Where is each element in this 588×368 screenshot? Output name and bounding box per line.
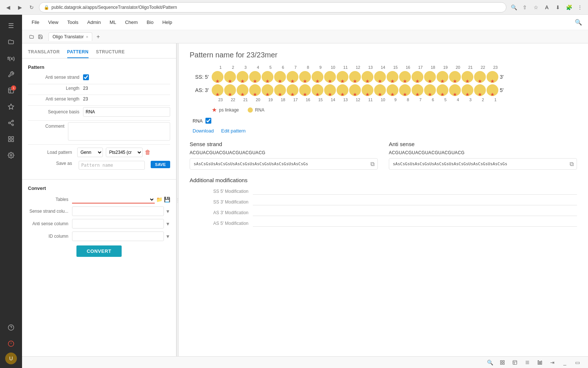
sidebar-folder[interactable] bbox=[4, 35, 18, 49]
bookmark-btn[interactable]: ☆ bbox=[531, 3, 540, 12]
as-length-label: Anti sense length bbox=[28, 96, 83, 102]
seq-basis-dropdown[interactable]: RNA DNA bbox=[83, 107, 170, 117]
menu-item-bio[interactable]: Bio bbox=[143, 18, 157, 26]
anti-copy-btn[interactable]: ⧉ bbox=[570, 161, 574, 167]
delete-pattern-btn[interactable]: 🗑 bbox=[145, 149, 151, 156]
tab-pattern[interactable]: PATTERN bbox=[67, 46, 89, 58]
as-nucleotides: ★★★★★★★★★★★★★★★★★★★★★★★ bbox=[212, 84, 498, 96]
tab-structure[interactable]: STRUCTURE bbox=[96, 46, 125, 58]
ss5-mod-input[interactable] bbox=[253, 188, 577, 195]
sidebar-grid[interactable] bbox=[4, 132, 18, 146]
save-as-label: Save as bbox=[28, 161, 76, 166]
as-length-value: 23 bbox=[83, 96, 170, 102]
tab-save-icon[interactable] bbox=[37, 33, 44, 40]
extensions-btn[interactable]: 🧩 bbox=[564, 3, 573, 12]
star-icon: ★ bbox=[212, 106, 217, 113]
ss-nucleotide-4: ★ bbox=[249, 71, 261, 83]
nucleotide-viz: 1234567891011121314151617181920212223 SS… bbox=[190, 65, 577, 103]
menu-item-help[interactable]: Help bbox=[159, 18, 176, 26]
back-button[interactable]: ◀ bbox=[4, 3, 12, 12]
sense-copy-btn[interactable]: ⧉ bbox=[370, 161, 374, 167]
convert-button[interactable]: CONVERT bbox=[76, 245, 122, 257]
search-browser-btn[interactable]: 🔍 bbox=[509, 3, 518, 12]
menu-item-ml[interactable]: ML bbox=[106, 18, 120, 26]
download-link[interactable]: Download bbox=[193, 128, 214, 134]
share-btn[interactable]: ⇧ bbox=[520, 3, 529, 12]
load-pattern-row: Load pattern Genn Pts2345 (cr 🗑 bbox=[28, 148, 170, 157]
id-col-dropdown[interactable] bbox=[72, 231, 164, 241]
id-col-row: ID column ▼ bbox=[28, 231, 170, 241]
refresh-button[interactable]: ↻ bbox=[27, 3, 36, 12]
download-btn[interactable]: ⬇ bbox=[553, 3, 562, 12]
sense-strand-box: sAsCsGsUsAsCsGsUsAsCsGsUsAsCsGsUsAsCsGsU… bbox=[190, 158, 378, 170]
rna-checkbox[interactable] bbox=[205, 118, 211, 124]
tables-icons: 📁 💾 bbox=[156, 197, 170, 202]
menu-btn[interactable]: ⋮ bbox=[576, 3, 584, 12]
profile-btn[interactable]: A bbox=[542, 3, 551, 12]
as-nucleotide-8: ★ bbox=[299, 84, 311, 96]
ss-nucleotide-7: ★ bbox=[287, 71, 298, 83]
tab-close-btn[interactable]: × bbox=[86, 35, 88, 39]
sidebar-share[interactable] bbox=[4, 116, 18, 130]
sense-col-dropdown[interactable] bbox=[72, 206, 164, 216]
oligo-translator-tab[interactable]: Oligo Translator × bbox=[49, 32, 92, 41]
menu-item-chem[interactable]: Chem bbox=[121, 18, 141, 26]
comment-textarea[interactable] bbox=[68, 122, 170, 141]
bottom-grid-btn[interactable] bbox=[498, 358, 507, 367]
menu-item-tools[interactable]: Tools bbox=[64, 18, 82, 26]
user-avatar[interactable]: U bbox=[5, 353, 17, 364]
bottom-settings-btn[interactable] bbox=[523, 358, 532, 367]
add-tab-btn[interactable]: + bbox=[94, 32, 103, 41]
as-nucleotide-20: ★ bbox=[449, 84, 461, 96]
genn-dropdown[interactable]: Genn bbox=[77, 148, 103, 157]
tab-translator[interactable]: TRANSLATOR bbox=[28, 46, 60, 58]
save-as-input[interactable]: Pattern name bbox=[79, 161, 145, 170]
sidebar-settings[interactable] bbox=[4, 148, 18, 163]
sidebar-star[interactable] bbox=[4, 99, 18, 114]
sidebar-help[interactable] bbox=[4, 320, 18, 335]
bottom-window-btn[interactable]: ▭ bbox=[573, 358, 582, 367]
bottom-terminal-btn[interactable]: _ bbox=[560, 358, 570, 367]
as5-mod-input[interactable] bbox=[253, 220, 577, 227]
anti-sense-checkbox[interactable] bbox=[83, 74, 89, 80]
sidebar-function[interactable]: f(x) bbox=[4, 51, 18, 66]
address-bar[interactable]: 🔒 public.datagrok.ai/apps/SequenceTransl… bbox=[39, 2, 506, 13]
app-container: ☰ f(x) 1 U bbox=[0, 15, 588, 368]
tables-dropdown[interactable] bbox=[72, 195, 155, 204]
menu-search-icon[interactable]: 🔍 bbox=[575, 19, 582, 26]
menu-item-admin[interactable]: Admin bbox=[83, 18, 104, 26]
sidebar-table[interactable]: 1 bbox=[4, 83, 18, 98]
as-nucleotide-18: ★ bbox=[424, 84, 436, 96]
antisense-col-label: Anti sense column bbox=[28, 221, 72, 226]
as-nucleotide-19: ★ bbox=[437, 84, 448, 96]
as3-mod-input[interactable] bbox=[253, 209, 577, 216]
ss-nucleotide-17: ★ bbox=[412, 71, 423, 83]
bottom-bar-btn[interactable] bbox=[535, 358, 545, 367]
sidebar-warning[interactable] bbox=[4, 336, 18, 351]
menu-item-file[interactable]: File bbox=[28, 18, 43, 26]
ss-nucleotide-8: ★ bbox=[299, 71, 311, 83]
save-button[interactable]: SAVE bbox=[151, 161, 170, 168]
svg-rect-17 bbox=[501, 360, 502, 362]
rna-row: RNA bbox=[190, 118, 577, 124]
forward-button[interactable]: ▶ bbox=[15, 3, 24, 12]
ss5-mod-label: SS 5' Modification bbox=[190, 189, 248, 194]
sidebar-hamburger[interactable]: ☰ bbox=[4, 18, 18, 33]
sidebar-wrench[interactable] bbox=[4, 67, 18, 82]
tables-save-icon[interactable]: 💾 bbox=[164, 197, 170, 202]
ss3-mod-input[interactable] bbox=[253, 198, 577, 205]
tables-folder-icon[interactable]: 📁 bbox=[156, 197, 162, 202]
tab-folder-icon[interactable] bbox=[28, 33, 35, 40]
sense-col-row: Sense strand colu... ▼ bbox=[28, 206, 170, 216]
bottom-search-btn[interactable]: 🔍 bbox=[485, 358, 495, 367]
bottom-skip-btn[interactable]: ⇥ bbox=[548, 358, 557, 367]
sense-strand-modified: sAsCsGsUsAsCsGsUsAsCsGsUsAsCsGsUsAsCsGsU… bbox=[194, 162, 374, 166]
edit-pattern-link[interactable]: Edit pattern bbox=[221, 128, 246, 134]
as-nucleotide-9: ★ bbox=[312, 84, 323, 96]
pts-dropdown[interactable]: Pts2345 (cr bbox=[106, 148, 143, 157]
as-nucleotide-13: ★ bbox=[362, 84, 373, 96]
antisense-col-dropdown[interactable] bbox=[72, 219, 164, 229]
bottom-table-btn[interactable] bbox=[510, 358, 520, 367]
as5-mod-label: AS 5' Modification bbox=[190, 221, 248, 226]
menu-item-view[interactable]: View bbox=[44, 18, 62, 26]
